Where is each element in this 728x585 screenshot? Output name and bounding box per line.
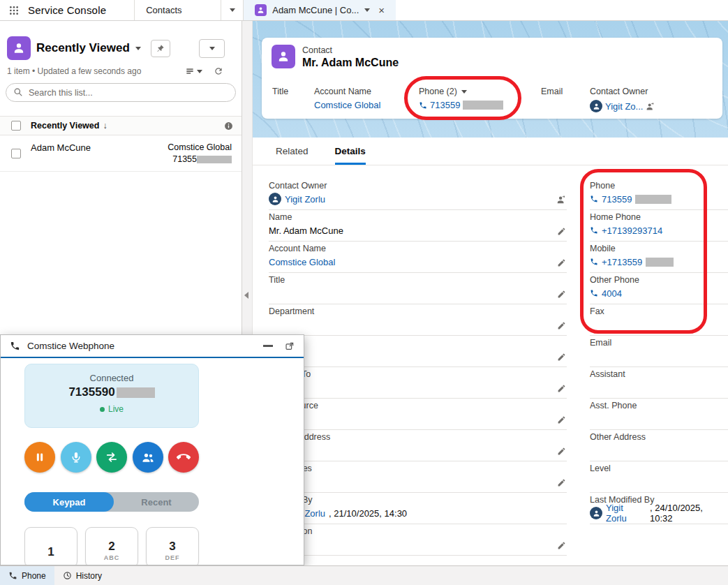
edit-pencil-icon[interactable] (557, 447, 566, 456)
field-reports-to: Reports To (269, 367, 567, 399)
field-languages: Languages (269, 461, 567, 493)
field-label: Other Address (590, 432, 728, 443)
recent-tab[interactable]: Recent (114, 492, 199, 512)
webphone-title: Comstice Webphone (27, 341, 114, 351)
edit-pencil-icon[interactable] (557, 384, 566, 393)
field-label: Created By (269, 495, 567, 505)
field-email: Email (590, 336, 728, 367)
edit-pencil-icon[interactable] (557, 258, 566, 267)
change-owner-icon[interactable] (646, 102, 655, 111)
row-account-name[interactable]: Comstice Global (168, 142, 232, 152)
info-icon[interactable] (224, 121, 233, 131)
row-checkbox[interactable] (11, 149, 21, 158)
phone-link[interactable]: 713559 (602, 194, 632, 205)
live-label: Live (108, 404, 124, 414)
edit-pencil-icon[interactable] (557, 478, 566, 487)
nav-tab-contacts-label: Contacts (146, 5, 181, 15)
utility-phone[interactable]: Phone (0, 566, 54, 585)
refresh-button[interactable] (214, 66, 223, 76)
field-label: Languages (269, 464, 567, 474)
close-tab-icon[interactable]: × (378, 5, 385, 15)
list-row-adam-mccune[interactable]: Adam McCune Comstice Global 71355 (0, 135, 242, 172)
minimize-icon[interactable] (263, 345, 273, 347)
clock-icon (63, 571, 72, 580)
dialpad-key-3[interactable]: 3 DEF (146, 527, 199, 565)
search-input[interactable] (6, 83, 236, 102)
field-label (269, 338, 567, 348)
keypad-tab[interactable]: Keypad (24, 492, 114, 512)
highlight-contact-owner: Contact Owner Yigit Zo... (590, 87, 655, 112)
row-contact-name[interactable]: Adam McCune (31, 142, 91, 153)
hangup-button[interactable] (168, 442, 199, 473)
row-phone: 71355 (172, 154, 197, 164)
phone-dropdown-icon[interactable] (461, 90, 467, 94)
redaction-box (635, 195, 671, 204)
field-label: Level (590, 464, 728, 474)
mute-button[interactable] (61, 442, 91, 473)
field-level: Level (590, 461, 728, 493)
change-owner-icon[interactable] (556, 195, 566, 205)
account-link[interactable]: Comstice Global (314, 100, 380, 110)
field-label: Mobile (590, 244, 728, 254)
record-highlights-card: Contact Mr. Adam McCune Title Account Na… (262, 38, 722, 119)
mobile-link[interactable]: +1713559 (602, 257, 642, 267)
edit-pencil-icon[interactable] (557, 415, 566, 424)
webphone-header[interactable]: Comstice Webphone (1, 335, 304, 358)
other-phone-link[interactable]: 4004 (602, 288, 622, 299)
field-fax: Fax (590, 304, 728, 336)
dialpad-key-2[interactable]: 2 ABC (85, 527, 138, 565)
field-label: Contact Owner (590, 87, 655, 96)
tab-details[interactable]: Details (335, 138, 366, 165)
call-status-card: Connected 7135590 Live (24, 364, 199, 428)
hold-button[interactable] (24, 442, 55, 473)
contacts-tab-dropdown-button[interactable] (221, 0, 243, 20)
dialpad-key-1[interactable]: 1 (24, 527, 77, 565)
list-column-header[interactable]: Recently Viewed ↓ (0, 116, 242, 135)
tab-related[interactable]: Related (276, 138, 309, 165)
transfer-button[interactable] (96, 442, 127, 473)
phone-icon (590, 258, 598, 266)
field-other-phone: Other Phone 4004 (590, 273, 728, 304)
edit-pencil-icon[interactable] (557, 227, 566, 236)
utility-history[interactable]: History (54, 566, 110, 585)
nav-tab-contacts[interactable]: Contacts (134, 0, 221, 20)
highlight-email: Email (541, 87, 563, 96)
phone-link[interactable]: 713559 (430, 100, 460, 110)
record-tab-dropdown-icon[interactable] (364, 8, 370, 12)
select-all-checkbox[interactable] (11, 121, 21, 131)
owner-avatar (590, 100, 602, 112)
account-link[interactable]: Comstice Global (269, 257, 335, 267)
contact-entity-icon (272, 45, 295, 68)
keypad-tab-label: Keypad (53, 497, 86, 508)
field-label: Title (269, 275, 567, 286)
field-label: Department (269, 306, 567, 317)
app-name: Service Console (28, 0, 134, 20)
contact-owner-link[interactable]: Yigit Zorlu (285, 194, 325, 205)
user-avatar (590, 507, 602, 519)
edit-pencil-icon[interactable] (557, 290, 566, 299)
nav-tab-record[interactable]: Adam McCune | Co... × (243, 0, 396, 20)
app-launcher-button[interactable] (0, 0, 28, 20)
home-phone-link[interactable]: +17139293714 (602, 225, 662, 236)
utility-bar: Phone History (0, 565, 728, 585)
list-view-selector-icon[interactable] (135, 47, 141, 50)
keypad-recent-toggle: Keypad Recent (24, 492, 199, 512)
search-icon (13, 87, 23, 97)
field-label: Reports To (269, 369, 567, 380)
edit-pencil-icon[interactable] (557, 353, 566, 362)
edit-pencil-icon[interactable] (557, 321, 566, 330)
collapse-panel-icon[interactable] (244, 292, 248, 299)
owner-link[interactable]: Yigit Zo... (605, 101, 643, 112)
list-view-title[interactable]: Recently Viewed (36, 41, 130, 55)
entity-kicker: Contact (302, 45, 332, 55)
popout-icon[interactable] (285, 341, 295, 351)
edit-pencil-icon[interactable] (557, 541, 566, 550)
last-modified-by-link[interactable]: Yigit Zorlu (606, 503, 646, 524)
display-as-button[interactable] (185, 66, 202, 76)
microphone-icon (69, 450, 83, 464)
conference-button[interactable] (133, 442, 163, 473)
pin-icon (156, 44, 165, 53)
list-actions-button[interactable] (199, 39, 225, 58)
record-title: Mr. Adam McCune (302, 57, 399, 69)
pin-list-button[interactable] (151, 40, 170, 57)
